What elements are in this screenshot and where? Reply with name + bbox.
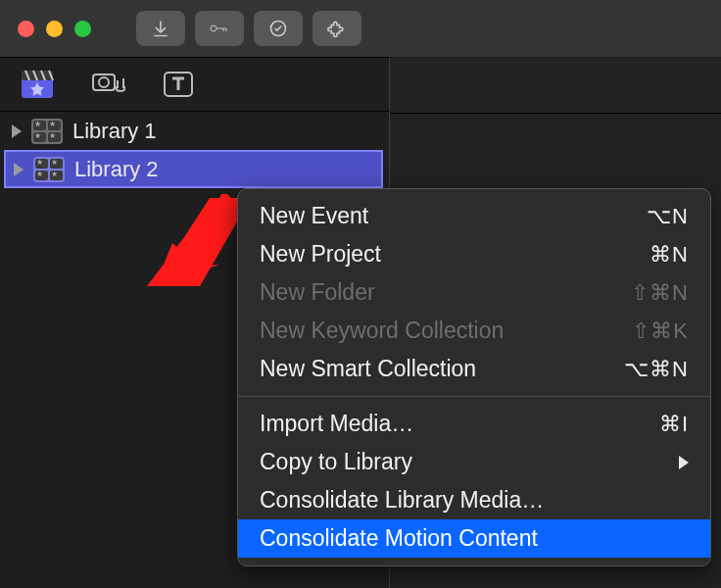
menu-item-label: New Project <box>260 241 649 268</box>
menu-item-shortcut: ⌥N <box>647 204 689 229</box>
photos-audio-tab[interactable] <box>90 67 125 102</box>
keyword-editor-button[interactable] <box>195 11 244 46</box>
menu-item-shortcut: ⌘N <box>649 242 689 268</box>
menu-new-event[interactable]: New Event ⌥N <box>238 197 710 235</box>
close-window-button[interactable] <box>18 21 34 37</box>
browser-tabstrip <box>0 57 390 112</box>
clapperboard-star-icon <box>20 67 55 102</box>
titles-generators-tab[interactable] <box>161 67 196 102</box>
library-label: Library 2 <box>74 157 159 182</box>
svg-point-0 <box>211 25 216 31</box>
import-button[interactable] <box>136 11 185 46</box>
menu-item-label: Consolidate Motion Content <box>260 525 689 552</box>
download-arrow-icon <box>151 19 170 38</box>
menu-new-folder: New Folder ⇧⌘N <box>238 273 710 312</box>
submenu-arrow-icon <box>679 456 689 469</box>
checkmark-circle-icon <box>268 19 288 38</box>
menu-item-shortcut: ⇧⌘K <box>632 318 689 344</box>
context-menu: New Event ⌥N New Project ⌘N New Folder ⇧… <box>237 188 711 566</box>
disclosure-triangle-icon[interactable] <box>12 124 22 138</box>
menu-consolidate-library-media[interactable]: Consolidate Library Media… <box>238 481 710 519</box>
library-row[interactable]: Library 1 <box>0 112 389 150</box>
svg-point-5 <box>99 77 109 87</box>
menu-item-label: Copy to Library <box>260 449 671 475</box>
menu-new-smart-collection[interactable]: New Smart Collection ⌥⌘N <box>238 350 710 388</box>
menu-item-label: Import Media… <box>260 411 659 437</box>
titlebar <box>0 0 721 57</box>
menu-item-label: New Event <box>260 203 647 229</box>
library-row-selected[interactable]: Library 2 <box>4 150 383 188</box>
library-label: Library 1 <box>72 119 157 144</box>
menu-import-media[interactable]: Import Media… ⌘I <box>238 405 710 443</box>
puzzle-icon <box>327 19 347 38</box>
extensions-button[interactable] <box>312 11 361 46</box>
menu-item-label: New Keyword Collection <box>260 318 632 344</box>
library-icon <box>31 119 63 144</box>
camera-music-icon <box>90 67 125 102</box>
minimize-window-button[interactable] <box>46 21 63 37</box>
menu-item-label: Consolidate Library Media… <box>260 487 689 514</box>
library-icon <box>33 157 65 182</box>
menu-new-keyword-collection: New Keyword Collection ⇧⌘K <box>238 312 710 350</box>
key-icon <box>210 19 229 38</box>
menu-separator <box>238 396 710 397</box>
background-tasks-button[interactable] <box>254 11 303 46</box>
menu-copy-to-library[interactable]: Copy to Library <box>238 443 710 481</box>
menu-consolidate-motion-content[interactable]: Consolidate Motion Content <box>238 519 710 558</box>
menu-item-label: New Folder <box>260 279 631 306</box>
menu-item-label: New Smart Collection <box>260 356 624 382</box>
menu-item-shortcut: ⌘I <box>659 412 689 437</box>
menu-item-shortcut: ⇧⌘N <box>631 280 689 306</box>
menu-new-project[interactable]: New Project ⌘N <box>238 235 710 273</box>
window-controls <box>18 21 91 37</box>
disclosure-triangle-icon[interactable] <box>14 163 24 176</box>
title-t-icon <box>161 67 196 102</box>
libraries-tab[interactable] <box>20 67 55 102</box>
menu-item-shortcut: ⌥⌘N <box>624 357 689 382</box>
zoom-window-button[interactable] <box>74 21 91 37</box>
